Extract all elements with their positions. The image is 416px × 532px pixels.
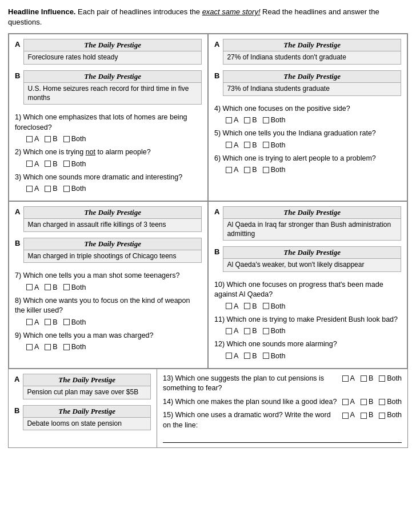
checkbox-8-b[interactable] <box>45 319 51 325</box>
section2-right: A The Daily Prestige Al Qaeda in Iraq fa… <box>208 201 407 369</box>
checkbox-6-both[interactable] <box>263 167 269 173</box>
option-6-b[interactable]: B <box>244 166 257 174</box>
checkbox-4-both[interactable] <box>263 117 269 123</box>
option-4-both[interactable]: Both <box>263 116 286 124</box>
checkbox-7-both[interactable] <box>63 284 70 290</box>
checkbox-9-both[interactable] <box>63 344 70 350</box>
checkbox-13-both[interactable] <box>379 375 385 382</box>
paper-b-row-3: B The Daily Prestige Man charged in trip… <box>15 238 202 267</box>
option-6-a[interactable]: A <box>226 166 238 174</box>
checkbox-2-a[interactable] <box>26 161 33 167</box>
paper-a-row-2: A The Daily Prestige 27% of Indiana stud… <box>214 39 401 68</box>
checkbox-4-a[interactable] <box>226 117 232 123</box>
option-13-a[interactable]: A <box>342 374 355 384</box>
option-7-both[interactable]: Both <box>63 283 86 291</box>
checkbox-11-b[interactable] <box>244 328 250 334</box>
checkbox-14-a[interactable] <box>342 399 349 405</box>
option-3-both[interactable]: Both <box>63 185 86 193</box>
checkbox-7-a[interactable] <box>26 284 33 290</box>
checkbox-10-both[interactable] <box>263 303 269 309</box>
section1-right: A The Daily Prestige 27% of Indiana stud… <box>208 34 407 201</box>
option-7-a[interactable]: A <box>26 283 39 291</box>
checkbox-1-b[interactable] <box>45 136 51 142</box>
checkbox-13-b[interactable] <box>361 375 367 382</box>
option-8-both[interactable]: Both <box>63 318 86 326</box>
option-1-both[interactable]: Both <box>63 135 86 143</box>
option-12-a[interactable]: A <box>226 352 238 360</box>
checkbox-3-both[interactable] <box>63 186 70 192</box>
checkbox-12-b[interactable] <box>244 353 250 359</box>
checkbox-15-b[interactable] <box>361 413 367 419</box>
option-14-a[interactable]: A <box>342 397 355 407</box>
label-a-5: A <box>14 374 19 383</box>
checkbox-6-b[interactable] <box>244 167 250 173</box>
checkbox-4-b[interactable] <box>244 117 250 123</box>
option-12-b[interactable]: B <box>244 352 257 360</box>
option-label-14-both: Both <box>387 397 402 407</box>
checkbox-2-both[interactable] <box>63 161 70 167</box>
checkbox-14-both[interactable] <box>379 399 385 405</box>
checkbox-10-a[interactable] <box>226 303 232 309</box>
option-15-b[interactable]: B <box>361 410 373 421</box>
option-13-b[interactable]: B <box>361 374 373 384</box>
option-2-both[interactable]: Both <box>63 160 86 168</box>
option-15-both[interactable]: Both <box>379 410 402 421</box>
write-line-15[interactable] <box>163 434 402 443</box>
option-9-b[interactable]: B <box>45 343 57 351</box>
checkbox-6-a[interactable] <box>226 167 232 173</box>
checkbox-12-both[interactable] <box>263 353 269 359</box>
option-7-b[interactable]: B <box>45 283 57 291</box>
option-5-a[interactable]: A <box>226 141 238 149</box>
option-12-both[interactable]: Both <box>263 352 286 360</box>
option-8-a[interactable]: A <box>26 318 39 326</box>
option-9-both[interactable]: Both <box>63 343 86 351</box>
option-3-b[interactable]: B <box>45 185 57 193</box>
option-label-14-a: A <box>350 397 355 407</box>
option-9-a[interactable]: A <box>26 343 39 351</box>
option-5-both[interactable]: Both <box>263 141 286 149</box>
option-label-1-both: Both <box>71 135 86 143</box>
option-4-a[interactable]: A <box>226 116 238 124</box>
checkbox-8-a[interactable] <box>26 319 33 325</box>
option-2-a[interactable]: A <box>26 160 39 168</box>
checkbox-3-a[interactable] <box>26 186 33 192</box>
checkbox-12-a[interactable] <box>226 353 232 359</box>
checkbox-2-b[interactable] <box>45 161 51 167</box>
checkbox-3-b[interactable] <box>45 186 51 192</box>
checkbox-7-b[interactable] <box>45 284 51 290</box>
option-14-both[interactable]: Both <box>379 397 402 407</box>
checkbox-11-a[interactable] <box>226 328 232 334</box>
checkbox-5-a[interactable] <box>226 142 232 148</box>
option-10-b[interactable]: B <box>244 302 257 310</box>
checkbox-13-a[interactable] <box>342 375 349 382</box>
option-10-both[interactable]: Both <box>263 302 286 310</box>
checkbox-5-both[interactable] <box>263 142 269 148</box>
checkbox-8-both[interactable] <box>63 319 70 325</box>
checkbox-15-both[interactable] <box>379 413 385 419</box>
option-4-b[interactable]: B <box>244 116 257 124</box>
checkbox-9-a[interactable] <box>26 344 33 350</box>
paper-a-row-1: A The Daily Prestige Foreclosure rates h… <box>15 39 202 68</box>
option-1-b[interactable]: B <box>45 135 57 143</box>
checkbox-9-b[interactable] <box>45 344 51 350</box>
option-6-both[interactable]: Both <box>263 166 286 174</box>
checkbox-15-a[interactable] <box>342 413 349 419</box>
option-11-b[interactable]: B <box>244 327 257 335</box>
checkbox-10-b[interactable] <box>244 303 250 309</box>
option-13-both[interactable]: Both <box>379 374 402 384</box>
option-2-b[interactable]: B <box>45 160 57 168</box>
option-3-a[interactable]: A <box>26 185 39 193</box>
checkbox-11-both[interactable] <box>263 328 269 334</box>
checkbox-1-both[interactable] <box>63 136 70 142</box>
option-8-b[interactable]: B <box>45 318 57 326</box>
checkbox-5-b[interactable] <box>244 142 250 148</box>
option-10-a[interactable]: A <box>226 302 238 310</box>
option-15-a[interactable]: A <box>342 410 355 421</box>
option-11-a[interactable]: A <box>226 327 238 335</box>
option-14-b[interactable]: B <box>361 397 373 407</box>
option-11-both[interactable]: Both <box>263 327 286 335</box>
checkbox-1-a[interactable] <box>26 136 33 142</box>
option-1-a[interactable]: A <box>26 135 39 143</box>
checkbox-14-b[interactable] <box>361 399 367 405</box>
option-5-b[interactable]: B <box>244 141 257 149</box>
